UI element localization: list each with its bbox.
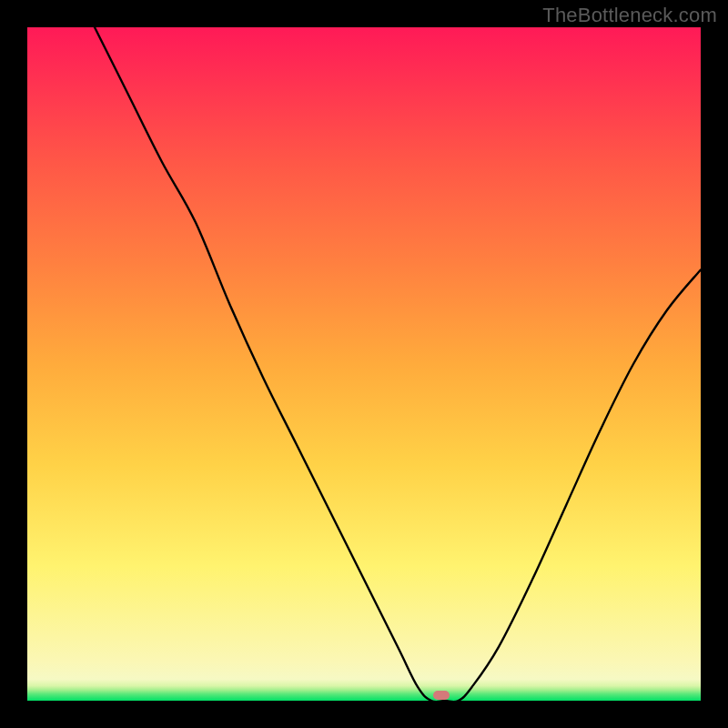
watermark-text: TheBottleneck.com bbox=[542, 4, 717, 27]
chart-frame: TheBottleneck.com bbox=[0, 0, 728, 728]
plot-area bbox=[27, 27, 701, 701]
bottleneck-curve bbox=[95, 27, 701, 701]
optimal-marker bbox=[433, 691, 450, 700]
curve-svg bbox=[27, 27, 701, 701]
